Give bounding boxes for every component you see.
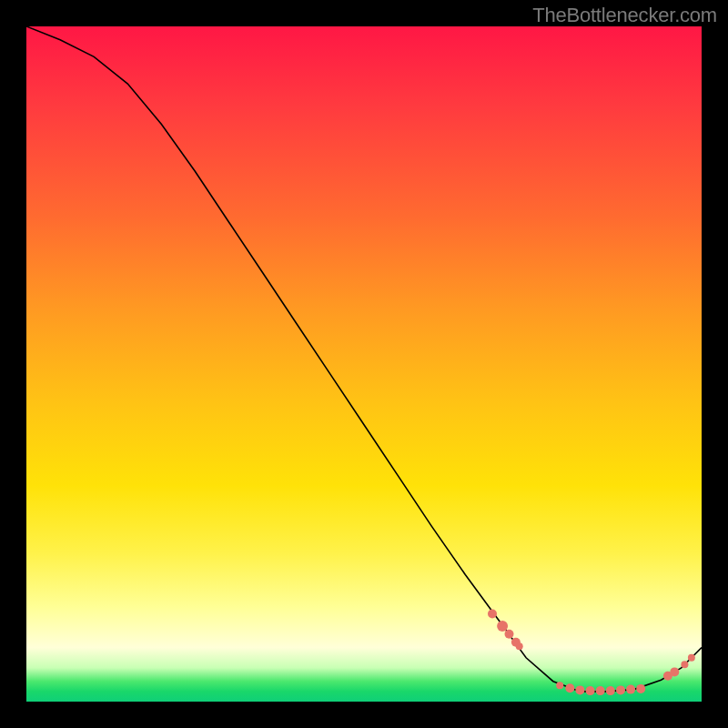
data-point bbox=[516, 642, 523, 650]
data-point bbox=[586, 686, 595, 695]
data-point bbox=[626, 685, 635, 694]
data-points bbox=[488, 610, 695, 696]
data-point bbox=[505, 630, 514, 639]
data-point bbox=[636, 684, 645, 693]
bottleneck-curve bbox=[26, 26, 702, 692]
data-point bbox=[616, 685, 625, 694]
data-point bbox=[497, 621, 508, 632]
attribution-text: TheBottlenecker.com bbox=[532, 4, 717, 27]
data-point bbox=[565, 683, 574, 693]
data-point bbox=[575, 685, 584, 694]
data-point bbox=[556, 682, 563, 689]
data-point bbox=[606, 686, 615, 695]
data-point bbox=[596, 686, 605, 695]
plot-area bbox=[26, 26, 702, 702]
chart-root: TheBottlenecker.com bbox=[0, 0, 728, 728]
data-point bbox=[688, 654, 695, 662]
data-point bbox=[488, 610, 497, 619]
data-point bbox=[681, 661, 688, 668]
chart-overlay bbox=[26, 26, 702, 702]
data-point bbox=[670, 667, 679, 676]
